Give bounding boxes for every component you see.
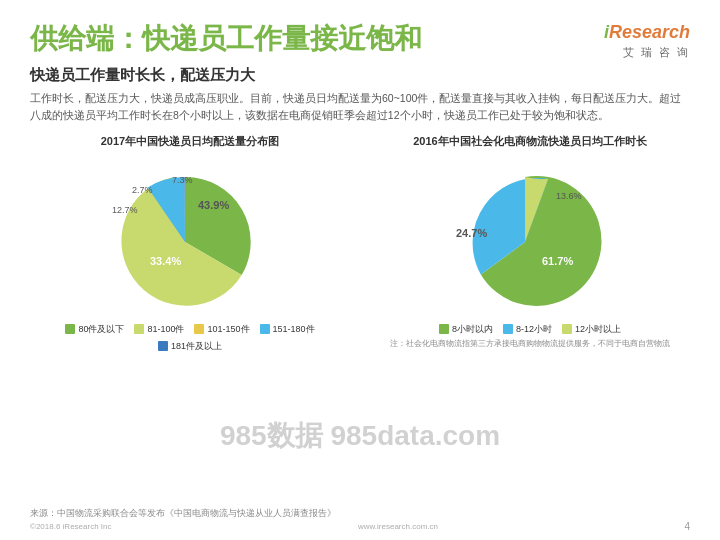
copyright: ©2018.6 iResearch Inc xyxy=(30,522,112,531)
chart1-area: 33.4% 43.9% 7.3% 12.7% 2.7% xyxy=(90,157,290,317)
page: 供给端：快递员工作量接近饱和 iResearch 艾 瑞 咨 询 快递员工作量时… xyxy=(0,0,720,540)
legend1-label5: 181件及以上 xyxy=(171,340,222,353)
pie1-label2: 43.9% xyxy=(198,199,229,211)
pie2-label2: 24.7% xyxy=(456,227,487,239)
legend2-dot3 xyxy=(562,324,572,334)
chart1-container: 2017年中国快递员日均配送量分布图 xyxy=(30,134,350,353)
footer-bottom: ©2018.6 iResearch Inc www.iresearch.com.… xyxy=(30,521,690,532)
legend1-label4: 151-180件 xyxy=(273,323,315,336)
website: www.iresearch.com.cn xyxy=(358,522,438,531)
chart2-container: 2016年中国社会化电商物流快递员日均工作时长 61.7% 24.7% 13.6… xyxy=(370,134,690,353)
legend1-item5: 181件及以上 xyxy=(158,340,222,353)
legend2-item3: 12小时以上 xyxy=(562,323,621,336)
legend2-item1: 8小时以内 xyxy=(439,323,493,336)
pie1-label4: 12.7% xyxy=(112,205,138,215)
legend1-label3: 101-150件 xyxy=(207,323,249,336)
legend2-item2: 8-12小时 xyxy=(503,323,552,336)
legend1-dot1 xyxy=(65,324,75,334)
footer: 来源：中国物流采购联合会等发布《中国电商物流与快递从业人员满查报告》 ©2018… xyxy=(0,508,720,532)
legend2-dot2 xyxy=(503,324,513,334)
legend2-dot1 xyxy=(439,324,449,334)
logo-area: iResearch 艾 瑞 咨 询 xyxy=(604,22,690,60)
chart2-legend: 8小时以内 8-12小时 12小时以上 xyxy=(439,323,621,336)
pie1-label1: 33.4% xyxy=(150,255,181,267)
pie1-label5: 2.7% xyxy=(132,185,153,195)
pie2-label1: 61.7% xyxy=(542,255,573,267)
legend1-dot4 xyxy=(260,324,270,334)
legend1-item2: 81-100件 xyxy=(134,323,184,336)
page-num: 4 xyxy=(684,521,690,532)
chart2-svg: 61.7% 24.7% 13.6% xyxy=(430,157,630,317)
legend1-item4: 151-180件 xyxy=(260,323,315,336)
chart1-legend: 80件及以下 81-100件 101-150件 151-180件 181件及以上 xyxy=(50,323,330,353)
chart2-area: 61.7% 24.7% 13.6% xyxy=(430,157,630,317)
legend1-label1: 80件及以下 xyxy=(78,323,124,336)
legend1-item1: 80件及以下 xyxy=(65,323,124,336)
chart2-title: 2016年中国社会化电商物流快递员日均工作时长 xyxy=(413,134,646,149)
header-area: 供给端：快递员工作量接近饱和 iResearch 艾 瑞 咨 询 xyxy=(30,22,690,60)
chart1-svg: 33.4% 43.9% 7.3% 12.7% 2.7% xyxy=(90,157,290,317)
legend1-item3: 101-150件 xyxy=(194,323,249,336)
legend1-dot5 xyxy=(158,341,168,351)
sub-title: 快递员工作量时长长，配送压力大 xyxy=(30,66,690,85)
watermark: 985数据 985data.com xyxy=(220,417,500,455)
chart1-title: 2017年中国快递员日均配送量分布图 xyxy=(101,134,279,149)
source-text: 来源：中国物流采购联合会等发布《中国电商物流与快递从业人员满查报告》 xyxy=(30,508,690,520)
chart2-note: 注：社会化电商物流指第三方承接电商购物物流提供服务，不同于电商自营物流 xyxy=(390,338,670,349)
pie2-label3: 13.6% xyxy=(556,191,582,201)
logo-research: Research xyxy=(609,22,690,42)
charts-row: 2017年中国快递员日均配送量分布图 xyxy=(30,134,690,353)
logo: iResearch xyxy=(604,22,690,43)
pie1-label3: 7.3% xyxy=(172,175,193,185)
legend1-dot2 xyxy=(134,324,144,334)
title-block: 供给端：快递员工作量接近饱和 xyxy=(30,22,422,56)
legend2-label3: 12小时以上 xyxy=(575,323,621,336)
description: 工作时长，配送压力大，快递员成高压职业。目前，快递员日均配送量为60~100件，… xyxy=(30,90,690,124)
main-title: 供给端：快递员工作量接近饱和 xyxy=(30,22,422,56)
legend2-label1: 8小时以内 xyxy=(452,323,493,336)
legend1-dot3 xyxy=(194,324,204,334)
logo-subtitle: 艾 瑞 咨 询 xyxy=(623,45,690,60)
legend1-label2: 81-100件 xyxy=(147,323,184,336)
legend2-label2: 8-12小时 xyxy=(516,323,552,336)
